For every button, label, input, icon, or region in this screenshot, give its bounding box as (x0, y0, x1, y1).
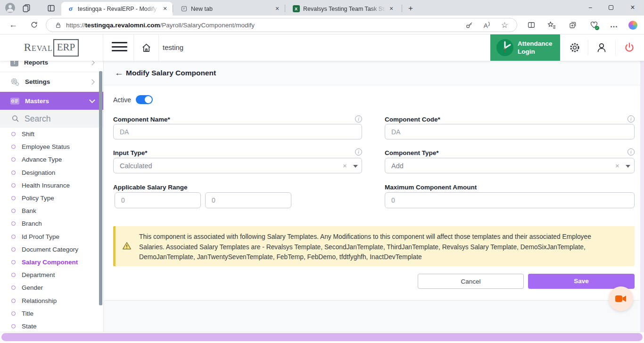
sidebar-item-bank[interactable]: Bank (0, 204, 103, 217)
sidebar-item-gender[interactable]: Gender (0, 281, 103, 294)
favorite-star-icon[interactable]: ☆ (501, 20, 508, 30)
bullet-circle-icon (11, 299, 16, 303)
list-item-label: Shift (22, 131, 34, 138)
address-bar[interactable]: https://testingqa.revalomni.com/Payroll/… (46, 18, 517, 32)
component-code-input[interactable] (385, 124, 635, 139)
screen-record-fab[interactable] (609, 286, 633, 311)
dropdown-caret-icon[interactable] (353, 165, 358, 168)
sidebar-item-masters[interactable]: Masters (0, 92, 103, 110)
clear-icon[interactable]: × (343, 162, 347, 170)
sidebar-item-designation[interactable]: Designation (0, 166, 103, 179)
cancel-button[interactable]: Cancel (418, 274, 524, 289)
warning-banner: This component is associated with follow… (113, 226, 635, 266)
active-toggle[interactable] (136, 95, 153, 104)
url-path: /Payroll/SalaryComponent/modify (160, 22, 255, 29)
tab-excel-status[interactable]: X Revalsys Testing Team Task Status × (287, 2, 399, 16)
password-key-icon[interactable] (465, 21, 473, 29)
component-type-select[interactable]: Add × (385, 158, 635, 173)
tab-close-icon[interactable]: × (161, 5, 169, 13)
window-restore-button[interactable] (601, 0, 621, 15)
workspaces-icon[interactable] (21, 2, 32, 14)
new-tab-button[interactable]: + (405, 3, 416, 14)
revalerp-logo[interactable]: RevalERP (0, 34, 103, 61)
info-icon[interactable]: i (627, 115, 635, 122)
list-item-label: Department (22, 271, 55, 278)
salary-range-max-input[interactable] (205, 192, 291, 208)
sidebar-item-branch[interactable]: Branch (0, 217, 103, 230)
chevron-right-icon (89, 61, 94, 65)
read-aloud-letter: A (484, 22, 488, 29)
profile-button[interactable] (588, 34, 615, 61)
sidebar-scrollbar[interactable] (99, 71, 102, 305)
tab-revalerp[interactable]: σ testingqa - RevalERP - Modify Sala × (61, 2, 173, 16)
refresh-icon[interactable] (28, 19, 40, 31)
info-icon[interactable]: i (355, 148, 362, 155)
sidebar-item-reports[interactable]: ! Reports (0, 61, 103, 72)
favorites-list-icon[interactable] (545, 19, 558, 31)
read-aloud-icon[interactable]: A (484, 21, 491, 29)
tab-actions-icon[interactable] (45, 2, 57, 14)
tab-title: Revalsys Testing Team Task Status (303, 6, 386, 12)
url-text[interactable]: https://testingqa.revalomni.com/Payroll/… (66, 22, 255, 29)
bullet-circle-icon (11, 145, 16, 149)
sidebar-item-advance-type[interactable]: Advance Type (0, 153, 103, 166)
tab-close-icon[interactable]: × (273, 5, 281, 13)
bullet-circle-icon (11, 171, 16, 175)
list-item-label: Salary Component (22, 259, 78, 266)
split-screen-icon[interactable] (525, 19, 538, 31)
tab-new-tab[interactable]: New tab × (174, 2, 285, 16)
page-back-icon[interactable]: ← (115, 68, 124, 78)
sidebar-item-document-category[interactable]: Document Category (0, 243, 103, 256)
list-item-label: Bank (22, 207, 36, 214)
more-menu-icon[interactable]: … (607, 19, 620, 31)
sidebar-item-health-insurance[interactable]: Health Insurance (0, 179, 103, 192)
input-type-select[interactable]: Calculated × (113, 158, 362, 173)
sidebar-item-policy-type[interactable]: Policy Type (0, 192, 103, 204)
browser-essentials-icon[interactable]: ✓ (587, 19, 601, 31)
sidebar-item-id-proof-type[interactable]: Id Proof Type (0, 230, 103, 243)
sidebar-item-salary-component[interactable]: Salary Component (0, 256, 103, 269)
horizontal-scrollbar-thumb[interactable] (1, 333, 643, 341)
logout-button[interactable] (616, 34, 643, 61)
profile-avatar[interactable] (5, 3, 15, 13)
chevron-right-icon (89, 79, 94, 84)
attendance-login-button[interactable]: Attendance Login (490, 34, 560, 61)
salary-range-label: Applicable Salary Range (113, 184, 188, 191)
search-input[interactable] (25, 114, 91, 124)
sidebar-item-settings[interactable]: Settings (0, 72, 103, 92)
window-minimize-button[interactable]: − (580, 0, 601, 15)
component-name-input[interactable] (113, 124, 362, 139)
max-amount-input[interactable] (385, 192, 635, 208)
sidebar-item-label: Settings (25, 78, 50, 85)
copilot-icon[interactable] (626, 19, 639, 31)
bullet-circle-icon (11, 132, 16, 136)
browser-window: σ testingqa - RevalERP - Modify Sala × N… (0, 0, 644, 343)
info-icon[interactable]: i (355, 115, 362, 122)
sidebar-item-employee-status[interactable]: Employee Status (0, 140, 103, 153)
sidebar-item-relationship[interactable]: Relationship (0, 294, 103, 307)
clear-icon[interactable]: × (615, 162, 619, 170)
component-name-label: Component Name* (113, 116, 170, 123)
sidebar-item-title[interactable]: Title (0, 307, 103, 320)
settings-gear-button[interactable] (561, 34, 587, 61)
excel-icon: X (293, 5, 300, 12)
bullet-circle-icon (11, 183, 16, 188)
list-item-label: Gender (22, 284, 43, 291)
main-scrollbar-track[interactable] (640, 61, 644, 332)
sidebar-item-state[interactable]: State (0, 320, 103, 332)
menu-toggle-icon[interactable] (112, 42, 127, 53)
collections-icon[interactable] (566, 19, 579, 31)
select-value: Add (391, 162, 404, 170)
home-button[interactable] (133, 34, 159, 61)
tab-close-icon[interactable]: × (388, 5, 395, 13)
sidebar-item-department[interactable]: Department (0, 269, 103, 281)
masters-list: Shift Employee Status Advance Type Desig… (0, 128, 103, 332)
info-icon[interactable]: i (627, 148, 635, 155)
sidebar-item-shift[interactable]: Shift (0, 128, 103, 140)
salary-range-min-input[interactable] (115, 192, 201, 208)
window-close-button[interactable]: × (622, 0, 643, 15)
back-icon[interactable]: ← (7, 19, 19, 31)
dropdown-caret-icon[interactable] (626, 165, 630, 168)
lock-icon[interactable] (55, 22, 62, 29)
sidebar-search[interactable] (0, 110, 103, 128)
